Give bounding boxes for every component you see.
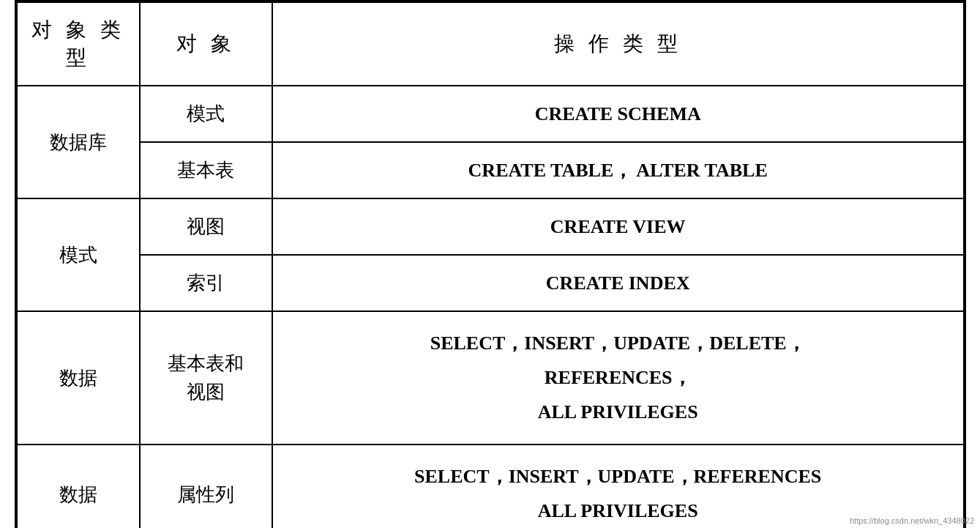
- table-row: 索引 CREATE INDEX: [17, 255, 964, 311]
- table-row: 模式 视图 CREATE VIEW: [17, 198, 964, 255]
- header-object: 对 象: [140, 2, 272, 86]
- ops-text-create-alter-table: CREATE TABLE， ALTER TABLE: [468, 160, 768, 181]
- cell-object-table-view: 基本表和视图: [140, 311, 272, 445]
- cell-type-database: 数据库: [17, 86, 140, 198]
- cell-object-index: 索引: [140, 255, 272, 311]
- cell-object-column: 属性列: [140, 445, 272, 528]
- cell-object-view: 视图: [140, 198, 272, 255]
- cell-ops-create-schema: CREATE SCHEMA: [272, 86, 964, 142]
- cell-ops-create-view: CREATE VIEW: [272, 198, 964, 255]
- table-row: 基本表 CREATE TABLE， ALTER TABLE: [17, 142, 964, 198]
- cell-type-data2: 数据: [17, 445, 140, 528]
- table-row: 数据 属性列 SELECT，INSERT，UPDATE，REFERENCESAL…: [17, 445, 964, 528]
- cell-type-data1: 数据: [17, 311, 140, 445]
- cell-ops-data-table-view: SELECT，INSERT，UPDATE，DELETE，REFERENCES，A…: [272, 311, 964, 445]
- cell-ops-create-alter-table: CREATE TABLE， ALTER TABLE: [272, 142, 964, 198]
- watermark: https://blog.csdn.net/wkn_4348022: [850, 516, 974, 525]
- header-ops-type: 操 作 类 型: [272, 2, 964, 86]
- table-row: 数据库 模式 CREATE SCHEMA: [17, 86, 964, 142]
- ops-text-column-ops: SELECT，INSERT，UPDATE，REFERENCESALL PRIVI…: [414, 466, 821, 521]
- cell-ops-create-index: CREATE INDEX: [272, 255, 964, 311]
- ops-text-create-view: CREATE VIEW: [550, 216, 686, 237]
- ops-text-create-index: CREATE INDEX: [546, 272, 690, 294]
- cell-object-base-table: 基本表: [140, 142, 272, 198]
- cell-type-schema: 模式: [17, 198, 140, 311]
- ops-text-create-schema: CREATE SCHEMA: [535, 103, 701, 124]
- table-row: 数据 基本表和视图 SELECT，INSERT，UPDATE，DELETE，RE…: [17, 311, 964, 445]
- cell-object-schema: 模式: [140, 86, 272, 142]
- main-table-container: 对 象 类 型 对 象 操 作 类 型 数据库 模式 CREATE SCHEMA…: [15, 0, 966, 528]
- ops-text-select-insert: SELECT，INSERT，UPDATE，DELETE，REFERENCES，A…: [430, 332, 806, 423]
- cell-ops-data-column: SELECT，INSERT，UPDATE，REFERENCESALL PRIVI…: [272, 445, 964, 528]
- header-object-type: 对 象 类 型: [17, 2, 140, 86]
